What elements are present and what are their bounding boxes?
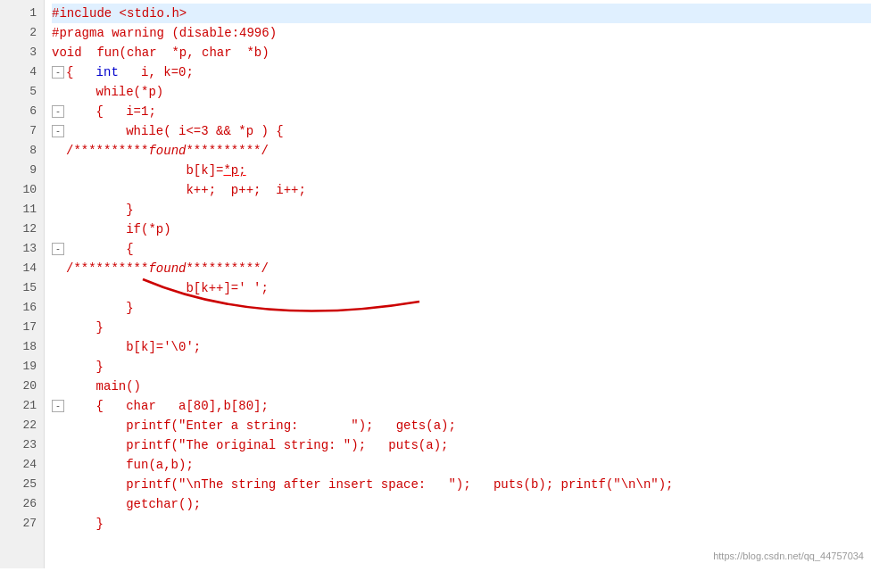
fold-icon-13[interactable]: - — [52, 243, 64, 255]
code-line-1: #include <stdio.h> — [52, 4, 871, 23]
code-line-18: b[k]='\0'; — [52, 337, 871, 357]
fold-icon-7[interactable]: - — [52, 125, 64, 137]
fold-icon-6[interactable]: - — [52, 105, 64, 118]
code-editor: 1 2 3 4 5 6 7 8 9 10 11 12 13 14 15 16 1… — [0, 0, 871, 568]
code-line-8: /**********found**********/ — [52, 141, 871, 161]
code-line-23: printf("The original string: "); puts(a)… — [52, 435, 871, 455]
code-area: 1 2 3 4 5 6 7 8 9 10 11 12 13 14 15 16 1… — [0, 0, 871, 568]
code-content: #include <stdio.h> #pragma warning (disa… — [45, 0, 871, 568]
code-line-9: b[k]=*p; — [52, 161, 871, 180]
code-line-2: #pragma warning (disable:4996) — [52, 23, 871, 43]
code-line-16: } — [52, 298, 871, 318]
code-line-15: b[k++]=' '; — [52, 278, 871, 298]
line-numbers: 1 2 3 4 5 6 7 8 9 10 11 12 13 14 15 16 1… — [0, 0, 45, 568]
code-line-27: } — [52, 514, 871, 534]
code-line-13: - { — [52, 239, 871, 259]
code-line-25: printf("\nThe string after insert space:… — [52, 475, 871, 494]
code-line-3: void fun(char *p, char *b) — [52, 43, 871, 62]
watermark: https://blog.csdn.net/qq_44757034 — [713, 551, 864, 561]
code-line-6: - { i=1; — [52, 102, 871, 121]
code-line-12: if(*p) — [52, 219, 871, 239]
code-line-24: fun(a,b); — [52, 455, 871, 475]
code-line-21: - { char a[80],b[80]; — [52, 396, 871, 416]
code-line-19: } — [52, 357, 871, 377]
fold-icon-4[interactable]: - — [52, 66, 64, 79]
code-line-26: getchar(); — [52, 494, 871, 514]
code-line-7: - while( i<=3 && *p ) { — [52, 121, 871, 141]
code-line-20: main() — [52, 377, 871, 396]
code-line-22: printf("Enter a string: "); gets(a); — [52, 416, 871, 435]
fold-icon-21[interactable]: - — [52, 400, 64, 412]
code-line-10: k++; p++; i++; — [52, 180, 871, 200]
code-line-11: } — [52, 200, 871, 219]
code-line-17: } — [52, 318, 871, 337]
code-line-14: /**********found**********/ — [52, 259, 871, 278]
code-line-4: - { int i, k=0; — [52, 62, 871, 82]
code-line-5: while(*p) — [52, 82, 871, 102]
